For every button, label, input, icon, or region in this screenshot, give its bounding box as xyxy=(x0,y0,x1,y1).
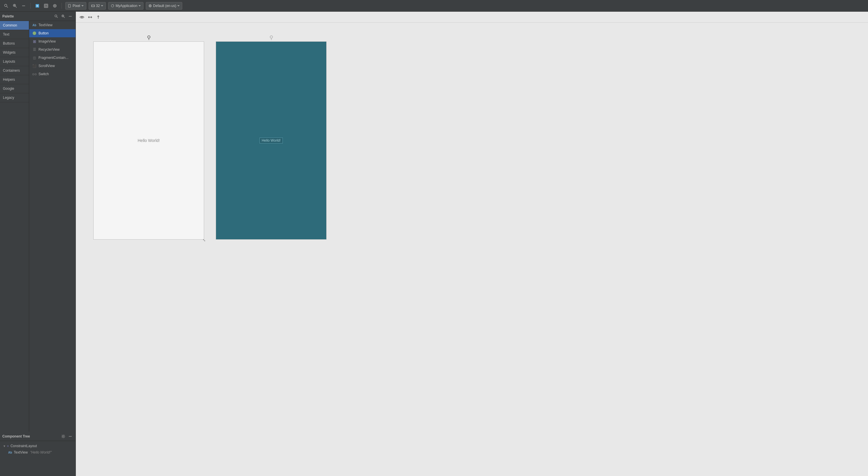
svg-point-21 xyxy=(55,15,57,17)
dark-hello-world: Hello World! xyxy=(259,137,282,144)
light-phone-preview: ⚲ Hello World! ⤡ xyxy=(93,34,204,240)
dark-phone-screen[interactable]: Hello World! xyxy=(216,41,327,240)
separator-1 xyxy=(30,3,31,9)
locale-dropdown[interactable]: Default (en-us) xyxy=(146,2,182,10)
button-icon xyxy=(32,31,37,36)
light-phone-screen[interactable]: Hello World! ⤡ xyxy=(93,41,204,240)
svg-point-30 xyxy=(81,17,83,18)
widget-list: Ab TextView Button ⊞ ImageView ☰ xyxy=(29,21,75,432)
eye-icon[interactable] xyxy=(79,14,85,21)
category-common[interactable]: Common xyxy=(0,21,29,30)
component-tree-header: Component Tree xyxy=(0,432,75,441)
svg-point-12 xyxy=(54,5,55,6)
tree-textview[interactable]: Ab TextView "Hello World!" xyxy=(0,449,75,455)
zoom-in-icon[interactable] xyxy=(12,3,18,9)
category-legacy[interactable]: Legacy xyxy=(0,93,29,102)
widget-button[interactable]: Button xyxy=(29,29,75,37)
widget-textview[interactable]: Ab TextView xyxy=(29,21,75,29)
tree-constraint-layout[interactable]: ▼ ⌗ ConstraintLayout xyxy=(0,443,75,449)
svg-rect-10 xyxy=(45,5,47,7)
scrollview-icon: ⬛ xyxy=(32,64,37,68)
resize-handle[interactable]: ⤡ xyxy=(203,238,206,242)
textview-icon: Ab xyxy=(32,23,37,27)
palette-title: Palette xyxy=(2,14,52,19)
canvas-viewport[interactable]: ⚲ Hello World! ⤡ ⚲ Hello World! xyxy=(76,23,868,476)
palette-collapse-icon[interactable] xyxy=(67,13,73,19)
search-icon[interactable] xyxy=(3,3,9,9)
svg-line-22 xyxy=(57,17,58,18)
category-text[interactable]: Text xyxy=(0,30,29,39)
widget-imageview[interactable]: ⊞ ImageView xyxy=(29,37,75,45)
svg-point-11 xyxy=(53,4,56,7)
pixel-dropdown[interactable]: Pixel xyxy=(65,2,86,10)
textview-tree-icon: Ab xyxy=(8,451,12,454)
category-helpers[interactable]: Helpers xyxy=(0,75,29,84)
svg-rect-13 xyxy=(68,4,70,7)
light-phone-pin: ⚲ xyxy=(147,34,151,40)
category-list: Common Text Buttons Widgets Layouts Cont… xyxy=(0,21,29,432)
widget-scrollview[interactable]: ⬛ ScrollView xyxy=(29,62,75,70)
fragmentcontainer-icon: ◫ xyxy=(32,55,37,60)
main-layout: Palette xyxy=(0,12,868,476)
dark-phone-pin: ⚲ xyxy=(269,34,273,40)
component-tree-title: Component Tree xyxy=(2,434,59,438)
palette-content: Common Text Buttons Widgets Layouts Cont… xyxy=(0,21,75,432)
component-tree-settings-icon[interactable] xyxy=(60,434,66,439)
design-toolbar xyxy=(76,12,868,23)
arrow-up-icon[interactable] xyxy=(95,14,101,21)
widget-recyclerview[interactable]: ☰ RecyclerView xyxy=(29,45,75,54)
imageview-icon: ⊞ xyxy=(32,39,37,44)
switch-icon: ⊙⊙ xyxy=(32,72,37,76)
category-google[interactable]: Google xyxy=(0,84,29,93)
component-tree-panel: Component Tree ▼ ⌗ xyxy=(0,432,75,476)
minus-icon[interactable] xyxy=(21,3,27,9)
blueprint-mode-icon[interactable] xyxy=(43,3,49,9)
svg-point-28 xyxy=(63,436,64,437)
horizontal-arrows-icon[interactable] xyxy=(87,14,93,21)
component-tree-content: ▼ ⌗ ConstraintLayout Ab TextView "Hello … xyxy=(0,441,75,476)
svg-point-0 xyxy=(5,4,7,6)
recyclerview-icon: ☰ xyxy=(32,47,37,52)
light-hello-world: Hello World! xyxy=(137,138,160,143)
category-buttons[interactable]: Buttons xyxy=(0,39,29,48)
palette-zoom-icon[interactable] xyxy=(60,13,66,19)
widget-fragmentcontainer[interactable]: ◫ FragmentContain... xyxy=(29,54,75,62)
palette-header: Palette xyxy=(0,12,75,21)
design-mode-icon[interactable] xyxy=(34,3,40,9)
svg-line-26 xyxy=(64,17,65,18)
tree-expand-arrow: ▼ xyxy=(3,445,6,448)
palette-sidebar: Palette xyxy=(0,12,76,476)
canvas-area: ⚲ Hello World! ⤡ ⚲ Hello World! xyxy=(76,12,868,476)
palette-search-icon[interactable] xyxy=(53,13,59,19)
app-dropdown[interactable]: MyApplication xyxy=(108,2,144,10)
svg-rect-8 xyxy=(36,5,38,7)
svg-line-1 xyxy=(7,6,8,7)
split-mode-icon[interactable] xyxy=(52,3,58,9)
category-layouts[interactable]: Layouts xyxy=(0,57,29,66)
svg-line-5 xyxy=(16,6,17,7)
dark-phone-preview: ⚲ Hello World! xyxy=(216,34,327,240)
size-dropdown[interactable]: 32 xyxy=(89,2,106,10)
constraint-layout-icon: ⌗ xyxy=(7,444,9,448)
textview-value: "Hello World!" xyxy=(30,450,52,454)
widget-switch[interactable]: ⊙⊙ Switch xyxy=(29,70,75,78)
category-containers[interactable]: Containers xyxy=(0,66,29,75)
component-tree-collapse-icon[interactable] xyxy=(67,434,73,439)
svg-rect-9 xyxy=(44,4,48,7)
category-widgets[interactable]: Widgets xyxy=(0,48,29,57)
main-toolbar: Pixel 32 MyApplication Default (en-us) xyxy=(0,0,868,12)
